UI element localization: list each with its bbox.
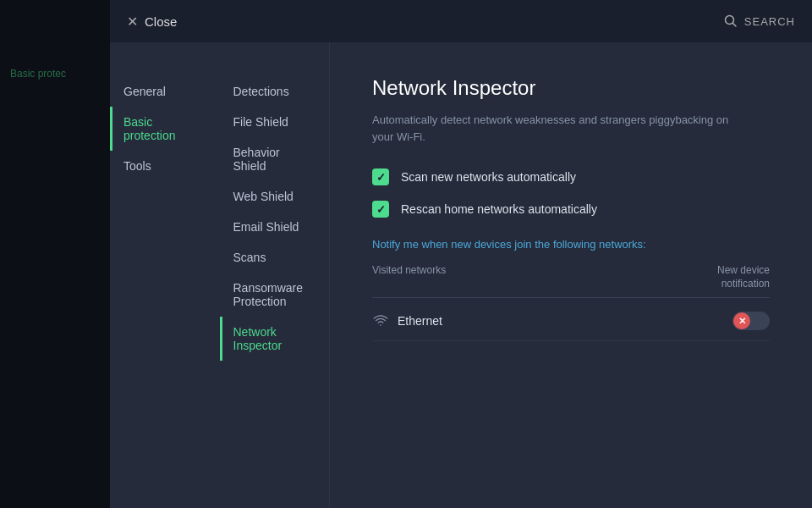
close-label: Close: [145, 14, 177, 29]
close-icon: ✕: [127, 14, 138, 30]
wifi-icon: [372, 314, 389, 328]
network-notify-label: Notify me when new devices join the foll…: [372, 238, 770, 251]
nav-col-left: General Basic protection Tools: [110, 59, 220, 361]
nav-item-detections[interactable]: Detections: [220, 76, 330, 107]
scan-new-checkbox[interactable]: [372, 168, 389, 185]
ethernet-notification-toggle[interactable]: ✕: [732, 312, 770, 330]
search-icon: [724, 14, 738, 28]
svg-line-1: [732, 24, 736, 27]
nav-sidebar: General Basic protection Tools Detection…: [110, 42, 330, 508]
nav-item-behavior-shield[interactable]: Behavior Shield: [220, 137, 330, 181]
toggle-track: ✕: [732, 312, 770, 330]
rescan-home-checkbox[interactable]: [372, 201, 389, 218]
sidebar-item-basic-protection[interactable]: Basic protection: [110, 107, 220, 151]
sidebar-item-tools[interactable]: Tools: [110, 151, 220, 181]
search-button[interactable]: SEARCH: [724, 14, 795, 28]
settings-dialog: ✕ Close SEARCH General Basic: [110, 0, 812, 508]
scan-new-label: Scan new networks automatically: [401, 170, 576, 184]
col-notification-header: New devicenotification: [717, 264, 770, 290]
search-label: SEARCH: [744, 15, 795, 28]
header-left: ✕ Close: [127, 14, 177, 30]
page-title: Network Inspector: [372, 76, 770, 100]
network-table-header: Visited networks New devicenotification: [372, 264, 770, 298]
close-button[interactable]: ✕ Close: [127, 14, 177, 30]
dialog-body: General Basic protection Tools Detection…: [110, 42, 812, 508]
nav-item-network-inspector[interactable]: Network Inspector: [220, 317, 330, 361]
page-description: Automatically detect network weaknesses …: [372, 112, 744, 145]
nav-item-file-shield[interactable]: File Shield: [220, 107, 330, 137]
rescan-home-label: Rescan home networks automatically: [401, 202, 597, 216]
ethernet-label: Ethernet: [398, 314, 442, 328]
nav-item-scans[interactable]: Scans: [220, 242, 330, 273]
table-row: Ethernet ✕: [372, 301, 770, 341]
nav-item-web-shield[interactable]: Web Shield: [220, 181, 330, 212]
dialog-header: ✕ Close SEARCH: [110, 0, 812, 42]
nav-columns: General Basic protection Tools Detection…: [110, 59, 329, 361]
toggle-off-icon: ✕: [738, 317, 746, 326]
network-table: Visited networks New devicenotification …: [372, 264, 770, 341]
sidebar-item-general[interactable]: General: [110, 76, 220, 107]
nav-item-email-shield[interactable]: Email Shield: [220, 212, 330, 242]
network-name: Ethernet: [372, 314, 442, 328]
content-area: Network Inspector Automatically detect n…: [330, 42, 812, 508]
toggle-knob: ✕: [733, 312, 750, 329]
nav-item-ransomware-protection[interactable]: Ransomware Protection: [220, 273, 330, 317]
col-visited-header: Visited networks: [372, 264, 446, 290]
rescan-home-networks-option[interactable]: Rescan home networks automatically: [372, 201, 770, 218]
scan-new-networks-option[interactable]: Scan new networks automatically: [372, 168, 770, 185]
nav-col-right: Detections File Shield Behavior Shield W…: [220, 59, 330, 361]
